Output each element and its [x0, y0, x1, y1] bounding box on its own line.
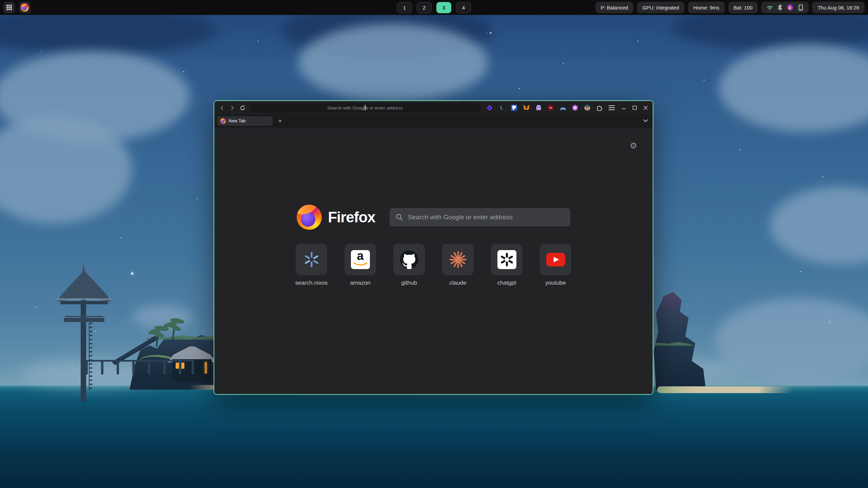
maximize-button[interactable] — [630, 103, 639, 112]
tile-card — [491, 244, 522, 275]
workspace-label: 3 — [442, 5, 445, 11]
bluetooth-icon — [778, 4, 782, 11]
extension-violet-diamond-icon[interactable] — [485, 103, 494, 112]
reload-icon — [240, 105, 245, 111]
list-all-tabs-button[interactable] — [643, 115, 648, 127]
chevron-down-icon — [643, 119, 648, 122]
shortcut-amazon[interactable]: a amazon — [344, 244, 376, 286]
app-launcher-button[interactable] — [3, 2, 15, 13]
newtab-search-bar[interactable] — [390, 208, 570, 226]
reload-button[interactable] — [237, 103, 248, 113]
tile-label: github — [401, 280, 417, 286]
wallpaper-fence — [85, 360, 194, 375]
shortcut-claude[interactable]: claude — [442, 244, 474, 286]
hamburger-menu-icon — [609, 105, 615, 110]
tile-label: amazon — [350, 280, 370, 286]
firefox-launcher-button[interactable] — [19, 2, 31, 13]
firefox-icon — [21, 3, 29, 12]
latency-label: Home: 9ms — [693, 5, 719, 11]
extension-vpn-arc-icon[interactable] — [558, 103, 567, 112]
tile-card: a — [344, 244, 376, 275]
tile-label: chatgpt — [497, 280, 516, 286]
workspace-button-1[interactable]: 1 — [397, 2, 412, 13]
workspace-button-2[interactable]: 2 — [417, 2, 432, 13]
watchtower-pole — [81, 298, 86, 402]
power-profile-label: P: Balanced — [601, 5, 628, 11]
amazon-icon: a — [351, 250, 370, 269]
extension-ghostery-icon[interactable] — [534, 103, 543, 112]
wallpaper-ocean — [0, 386, 868, 488]
close-icon — [644, 106, 648, 110]
back-icon — [219, 105, 225, 110]
window-controls — [619, 103, 650, 112]
status-bar: 1 2 3 4 P: Balanced GPU: Integrated Home… — [0, 0, 868, 15]
workspace-label: 4 — [462, 5, 465, 11]
minimize-icon — [622, 106, 626, 110]
wallpaper-beach — [657, 386, 793, 393]
forward-button[interactable] — [227, 103, 237, 113]
tab-title: New Tab — [229, 118, 245, 123]
latency-module[interactable]: Home: 9ms — [688, 2, 725, 13]
newtab-search-input[interactable] — [408, 214, 564, 221]
shortcut-chatgpt[interactable]: chatgpt — [491, 244, 522, 286]
app-grid-icon — [6, 4, 12, 11]
tile-card — [393, 244, 425, 275]
puzzle-icon — [596, 104, 603, 111]
watchtower-roof-rim — [57, 298, 111, 300]
back-button[interactable] — [217, 103, 227, 113]
shortcut-github[interactable]: github — [393, 244, 425, 286]
firefox-favicon — [220, 118, 226, 124]
amazon-smile-icon — [353, 262, 368, 267]
workspace-label: 2 — [423, 5, 426, 11]
palm-tree — [162, 318, 186, 333]
hut-window-glow — [205, 362, 207, 373]
extension-purple-hexagon-icon[interactable] — [571, 103, 579, 112]
youtube-play-icon — [546, 253, 565, 266]
claude-starburst-icon — [449, 250, 467, 269]
wifi-icon — [767, 5, 773, 11]
battery-label: Bat: 100 — [734, 5, 753, 11]
tab-new-tab[interactable]: New Tab — [217, 116, 273, 126]
url-bar[interactable]: Search with Google or enter address — [250, 103, 480, 113]
workspace-button-3-active[interactable]: 3 — [436, 2, 451, 13]
menu-button[interactable] — [607, 103, 616, 112]
extension-ublock-origin-icon[interactable]: UO — [546, 103, 555, 112]
system-tray[interactable] — [761, 2, 809, 13]
tile-label: search.nixos — [295, 280, 328, 286]
urlbar-placeholder: e or enter address — [366, 105, 403, 110]
svg-text:UO: UO — [549, 107, 552, 109]
battery-module[interactable]: Bat: 100 — [728, 2, 758, 13]
newtab-hero: Firefox — [214, 205, 653, 230]
tile-label: claude — [449, 280, 466, 286]
extension-night-shade-icon[interactable] — [497, 103, 506, 112]
new-tab-button[interactable]: + — [275, 116, 285, 126]
watchtower-platform — [64, 318, 104, 322]
power-profile-module[interactable]: P: Balanced — [595, 2, 634, 13]
workspace-button-4[interactable]: 4 — [456, 2, 471, 13]
minimize-button[interactable] — [619, 103, 628, 112]
flame-icon — [787, 4, 793, 11]
forward-icon — [230, 105, 235, 110]
firefox-wordmark: Firefox — [328, 209, 375, 226]
extension-metamask-icon[interactable] — [522, 103, 531, 112]
firefox-logo — [297, 205, 322, 230]
extension-bitwarden-icon[interactable] — [510, 103, 518, 112]
status-modules: P: Balanced GPU: Integrated Home: 9ms Ba… — [595, 2, 865, 13]
gpu-module[interactable]: GPU: Integrated — [637, 2, 684, 13]
close-button[interactable] — [641, 103, 650, 112]
tile-label: youtube — [545, 280, 566, 286]
tile-card — [442, 244, 474, 275]
shortcut-search-nixos[interactable]: search.nixos — [296, 244, 327, 286]
personalize-gear-icon[interactable]: ⚙ — [630, 141, 637, 150]
clock-module[interactable]: Thu Aug 08, 18:26 — [812, 2, 865, 13]
tile-card — [296, 244, 327, 275]
workspace-label: 1 — [403, 5, 406, 11]
firefox-window: Search with Google or enter address — [214, 100, 653, 395]
extensions-puzzle-button[interactable] — [595, 103, 604, 112]
urlbar-placeholder: Search with Googl — [327, 105, 364, 110]
gpu-label: GPU: Integrated — [642, 5, 679, 11]
openai-knot-icon — [497, 250, 516, 269]
cloud — [298, 24, 488, 102]
extension-proxy-spy-icon[interactable] — [583, 103, 592, 112]
shortcut-youtube[interactable]: youtube — [540, 244, 571, 286]
